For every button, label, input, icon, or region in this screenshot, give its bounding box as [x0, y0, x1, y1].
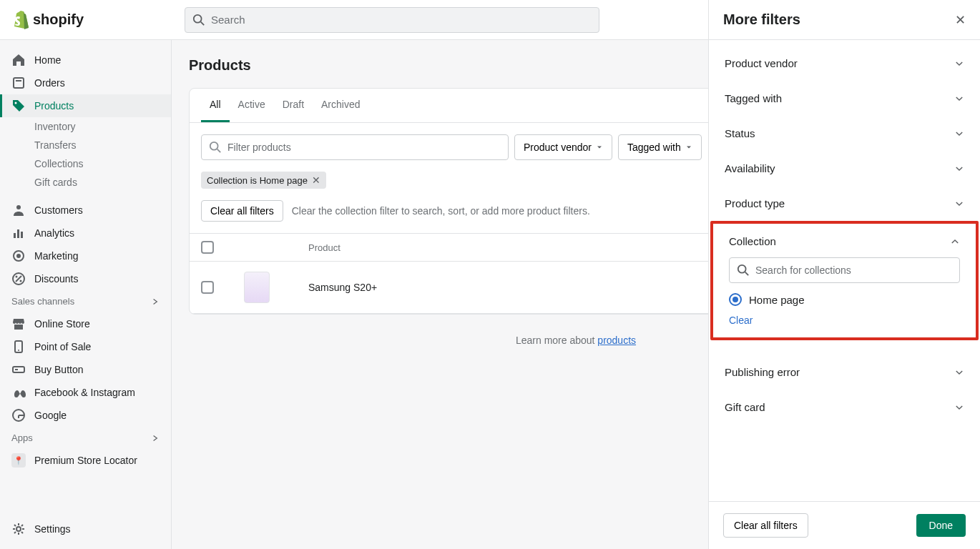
global-search[interactable]: Search: [185, 7, 599, 33]
chevron-down-icon: [954, 199, 964, 209]
tag-icon: [11, 99, 26, 113]
meta-icon: [11, 385, 26, 400]
filter-tagged-with[interactable]: Tagged with: [709, 81, 980, 116]
nav-customers[interactable]: Customers: [0, 199, 171, 222]
drawer-done-button[interactable]: Done: [916, 514, 966, 537]
sidebar: Home Orders Products Inventory Transfers…: [0, 40, 172, 549]
home-icon: [11, 53, 26, 67]
app-icon: 📍: [11, 453, 26, 468]
nav-transfers[interactable]: Transfers: [0, 136, 171, 154]
radio-selected-icon: [729, 293, 742, 306]
shopify-bag-icon: [11, 11, 29, 29]
products-help-link[interactable]: products: [597, 335, 636, 346]
google-icon: [11, 408, 26, 422]
filter-product-type[interactable]: Product type: [709, 186, 980, 221]
pos-icon: [11, 340, 26, 354]
brand-text: shopify: [33, 11, 84, 28]
nav-inventory[interactable]: Inventory: [0, 117, 171, 136]
chevron-right-icon[interactable]: [151, 434, 160, 442]
gear-icon: [11, 522, 26, 536]
filter-status[interactable]: Status: [709, 116, 980, 151]
svg-rect-17: [13, 367, 24, 372]
chip-remove-icon[interactable]: ✕: [312, 174, 320, 186]
store-icon: [11, 317, 26, 331]
search-icon: [209, 141, 222, 154]
svg-rect-7: [17, 229, 19, 238]
filter-collection: Collection Search for collections Home p…: [713, 224, 976, 337]
nav-app-store-locator[interactable]: 📍 Premium Store Locator: [0, 449, 171, 472]
drawer-header: More filters ✕: [709, 0, 980, 40]
apps-heading: Apps: [0, 427, 171, 449]
filter-collection-header[interactable]: Collection: [729, 235, 960, 247]
collection-search-input[interactable]: Search for collections: [729, 257, 960, 283]
orders-icon: [11, 76, 26, 90]
collection-option-home-page[interactable]: Home page: [729, 293, 960, 306]
product-thumbnail: [244, 272, 270, 303]
nav-facebook-instagram[interactable]: Facebook & Instagram: [0, 381, 171, 404]
drawer-clear-all-button[interactable]: Clear all filters: [723, 513, 808, 538]
bars-icon: [11, 226, 26, 240]
nav-pos[interactable]: Point of Sale: [0, 335, 171, 358]
search-icon: [737, 264, 750, 277]
filter-product-vendor[interactable]: Product vendor: [514, 134, 612, 160]
search-icon: [192, 14, 205, 26]
chevron-down-icon: [954, 402, 964, 412]
svg-point-0: [194, 14, 202, 22]
nav-gift-cards[interactable]: Gift cards: [0, 173, 171, 192]
percent-icon: [11, 272, 26, 286]
chevron-right-icon[interactable]: [151, 297, 160, 306]
person-icon: [11, 203, 26, 217]
svg-line-22: [217, 149, 221, 153]
filter-products-input[interactable]: Filter products: [201, 134, 509, 160]
nav-google[interactable]: Google: [0, 404, 171, 427]
filter-gift-card[interactable]: Gift card: [709, 390, 980, 425]
filter-product-vendor[interactable]: Product vendor: [709, 46, 980, 81]
tab-archived[interactable]: Archived: [313, 89, 368, 122]
nav-discounts[interactable]: Discounts: [0, 267, 171, 290]
chevron-down-icon: [954, 129, 964, 139]
svg-point-16: [18, 350, 19, 351]
chevron-up-icon: [950, 237, 960, 247]
select-all-checkbox[interactable]: [201, 241, 214, 254]
tab-active[interactable]: Active: [230, 89, 274, 122]
svg-point-4: [15, 102, 17, 104]
row-checkbox[interactable]: [201, 281, 214, 294]
nav-analytics[interactable]: Analytics: [0, 222, 171, 244]
tab-all[interactable]: All: [201, 89, 230, 122]
nav-products[interactable]: Products: [0, 94, 171, 117]
close-icon[interactable]: ✕: [955, 12, 966, 28]
tab-draft[interactable]: Draft: [274, 89, 313, 122]
nav-settings[interactable]: Settings: [0, 518, 171, 540]
target-icon: [11, 249, 26, 263]
clear-all-filters-button[interactable]: Clear all filters: [201, 200, 283, 222]
svg-point-10: [16, 254, 21, 258]
svg-rect-6: [14, 233, 16, 238]
svg-point-12: [16, 276, 18, 278]
svg-point-21: [210, 142, 218, 150]
drawer-body: Product vendor Tagged with Status Availa…: [709, 40, 980, 501]
filter-availability[interactable]: Availability: [709, 151, 980, 186]
nav-online-store[interactable]: Online Store: [0, 312, 171, 335]
filter-publishing-error[interactable]: Publishing error: [709, 355, 980, 390]
nav-buy-button[interactable]: Buy Button: [0, 358, 171, 381]
svg-line-24: [745, 272, 749, 276]
highlight-annotation: Collection Search for collections Home p…: [710, 221, 979, 340]
search-placeholder: Search: [211, 14, 245, 26]
nav-home[interactable]: Home: [0, 49, 171, 71]
nav-collections[interactable]: Collections: [0, 154, 171, 173]
svg-point-5: [16, 205, 21, 209]
nav-orders[interactable]: Orders: [0, 71, 171, 94]
collection-clear-link[interactable]: Clear: [729, 315, 960, 326]
drawer-footer: Clear all filters Done: [709, 501, 980, 549]
svg-point-13: [20, 280, 22, 282]
chevron-down-icon: [954, 164, 964, 174]
svg-rect-18: [15, 369, 18, 370]
shopify-logo[interactable]: shopify: [11, 11, 185, 29]
chevron-down-icon: [954, 367, 964, 377]
drawer-title: More filters: [723, 11, 800, 28]
chip-collection[interactable]: Collection is Home page ✕: [201, 172, 326, 189]
chevron-down-icon: [954, 94, 964, 104]
filter-tagged-with[interactable]: Tagged with: [618, 134, 702, 160]
button-icon: [11, 362, 26, 377]
nav-marketing[interactable]: Marketing: [0, 244, 171, 267]
